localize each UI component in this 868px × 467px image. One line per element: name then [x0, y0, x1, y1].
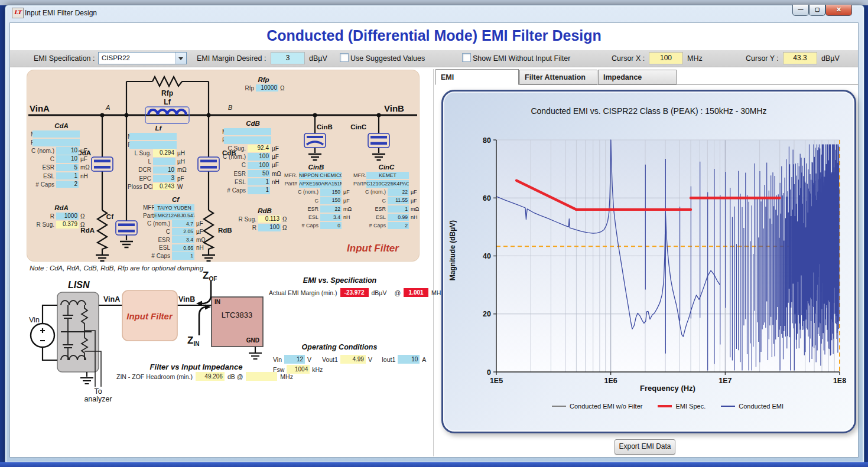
table-field[interactable]: 50: [248, 170, 270, 178]
cdb-table: CdBMFR.Part#C Sug.92.4µFC (nom.)100µFC10…: [222, 120, 284, 195]
node-b-label: B: [228, 104, 232, 111]
table-field[interactable]: 1: [248, 187, 270, 194]
table-field[interactable]: APXE160ARA151M: [299, 180, 342, 188]
maximize-button[interactable]: ▢: [809, 5, 825, 16]
table-field[interactable]: 1: [248, 178, 270, 186]
table-field[interactable]: [32, 130, 80, 138]
table-label: ESR: [222, 171, 248, 177]
table-field[interactable]: 11.55: [388, 197, 409, 204]
table-unit: µF: [194, 220, 208, 227]
vina-wire-label: VinA: [103, 295, 120, 303]
table-field[interactable]: 150: [320, 197, 342, 204]
table-field[interactable]: 0.99: [388, 214, 409, 221]
rdb-table: RdBR Sug.0.113ΩR100Ω: [235, 207, 294, 231]
table-unit: µF: [270, 145, 284, 152]
table-field[interactable]: 22: [320, 205, 342, 213]
table-field[interactable]: TAIYO YUDEN: [154, 204, 194, 212]
table-label: EPC: [128, 175, 153, 182]
emi-spec-dropdown[interactable]: CISPR22: [98, 52, 187, 64]
taskbar-strip: [0, 462, 868, 467]
table-field[interactable]: 0.294: [153, 149, 175, 157]
table-field[interactable]: 2: [388, 222, 409, 230]
table-field[interactable]: 2.05: [172, 228, 194, 236]
table-label: C: [31, 156, 56, 162]
headroom-unit2: MHz: [280, 373, 293, 380]
table-field[interactable]: 10000: [256, 84, 278, 92]
iout-input[interactable]: 10: [398, 355, 420, 364]
table-field[interactable]: 0.66: [172, 244, 194, 252]
table-field[interactable]: [32, 139, 80, 146]
to-analyzer-label: To: [94, 387, 102, 396]
table-field[interactable]: 100: [248, 153, 270, 161]
use-suggested-label: Use Suggested Values: [350, 54, 425, 63]
legend-swatch-icon: [552, 406, 566, 407]
cursor-x-input[interactable]: 100: [649, 52, 683, 64]
tab-emi[interactable]: EMI: [435, 69, 519, 85]
table-field[interactable]: 2: [56, 181, 79, 188]
table-field[interactable]: 1: [56, 172, 79, 180]
table-field[interactable]: 100: [248, 162, 270, 169]
show-emi-without-filter-checkbox[interactable]: [462, 53, 471, 62]
table-unit: µF: [409, 189, 420, 195]
table-label: Part#: [280, 181, 299, 187]
table-field[interactable]: 10: [153, 166, 175, 174]
table-field[interactable]: [224, 128, 271, 136]
table-field[interactable]: EMK212ABJ0.5475: [154, 212, 194, 220]
table-field[interactable]: KEMET: [366, 172, 409, 179]
table-field[interactable]: 1: [172, 252, 194, 260]
table-row: ESL0.99nH: [353, 213, 420, 221]
table-field[interactable]: 4.7: [172, 220, 194, 228]
emi-margin-input[interactable]: 3: [271, 52, 305, 64]
table-field[interactable]: 3.4: [172, 236, 194, 244]
table-field[interactable]: NIPPON CHEMICON: [299, 172, 342, 179]
close-button[interactable]: ✕: [825, 5, 852, 16]
table-field[interactable]: 10: [56, 155, 79, 163]
table-field[interactable]: 0.243: [153, 183, 175, 191]
table-field[interactable]: 3: [153, 175, 175, 182]
vout-value[interactable]: 4.99: [340, 355, 366, 364]
lf-label: Lf: [164, 98, 171, 106]
table-field[interactable]: 92.4: [248, 145, 270, 152]
svg-text:80: 80: [483, 136, 491, 145]
window-title: Input EMI Filter Design: [25, 9, 97, 17]
headroom-value[interactable]: 49.206: [196, 372, 225, 381]
table-label: Ploss DCR: [128, 184, 153, 190]
use-suggested-checkbox[interactable]: [340, 53, 349, 62]
tab-impedance[interactable]: Impedance: [598, 70, 677, 84]
table-field[interactable]: [224, 136, 271, 144]
tab-filter-attenuation[interactable]: Filter Attenuation: [519, 70, 597, 84]
table-field[interactable]: 3.4: [320, 214, 342, 221]
table-field[interactable]: 10: [56, 147, 79, 155]
table-label: R Sug.: [31, 221, 56, 228]
table-field[interactable]: C1210C226K4PAC: [366, 180, 409, 188]
table-field[interactable]: [129, 133, 177, 141]
table-field[interactable]: [153, 158, 175, 165]
operating-conditions-title: Operating Conditions: [273, 343, 406, 351]
table-field[interactable]: 150: [320, 188, 342, 196]
fsw-value[interactable]: 1004: [287, 365, 310, 374]
table-field[interactable]: [129, 141, 177, 149]
table-field[interactable]: 0.379: [56, 221, 79, 228]
cinc-label: CinC: [350, 123, 366, 130]
dropdown-arrow-icon[interactable]: [175, 53, 186, 64]
table-label: C: [353, 198, 388, 204]
table-field[interactable]: 5: [56, 164, 79, 172]
table-label: DCR: [128, 166, 153, 173]
table-field[interactable]: 0.113: [258, 215, 281, 223]
cinc-table: CinCMFR.KEMETPart#C1210C226K4PACC (nom.)…: [353, 164, 420, 230]
table-unit: Ω: [281, 224, 294, 231]
table-field[interactable]: 22: [388, 188, 409, 196]
vin-input[interactable]: 12: [284, 355, 305, 364]
table-label: MFR.: [280, 172, 299, 178]
chart-legend: Conducted EMI w/o FilterEMI Spec.Conduct…: [485, 403, 851, 410]
table-field[interactable]: 0: [320, 222, 342, 230]
export-emi-data-button[interactable]: Export EMI Data: [615, 439, 675, 455]
table-field[interactable]: 1000: [56, 213, 79, 220]
table-field[interactable]: 100: [258, 224, 281, 231]
emi-plot[interactable]: 0204060801E51E61E71E8: [449, 124, 849, 384]
minimize-button[interactable]: —: [792, 5, 809, 16]
cursor-y-input[interactable]: 43.3: [783, 52, 817, 64]
headroom-unit: dB @: [227, 373, 243, 380]
rda-table: RdAR1000ΩR Sug.0.379Ω: [31, 204, 92, 228]
table-field[interactable]: 1: [388, 205, 409, 213]
